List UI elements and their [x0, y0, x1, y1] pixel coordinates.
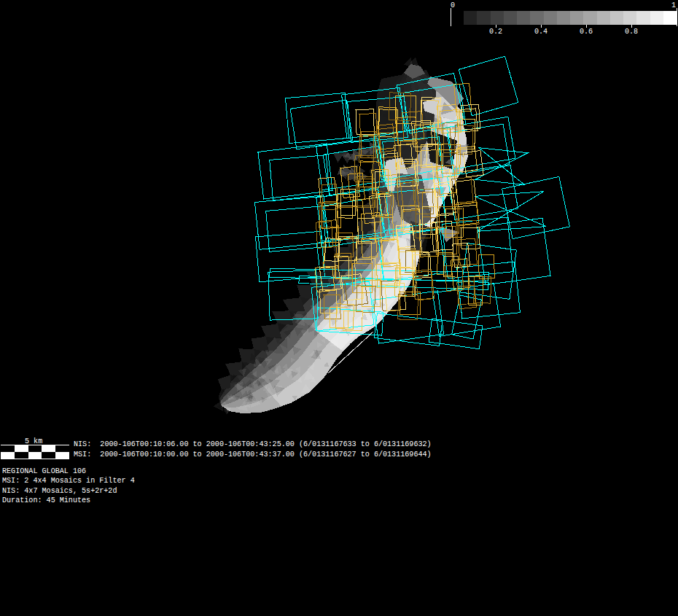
svg-text:NIS: 4x7 Mosaics, 5s+2r+2d: NIS: 4x7 Mosaics, 5s+2r+2d: [2, 487, 117, 495]
svg-text:0.8: 0.8: [625, 28, 638, 36]
svg-text:MSI: 2 4x4 Mosaics in Filter 4: MSI: 2 4x4 Mosaics in Filter 4: [2, 477, 135, 485]
svg-text:0.6: 0.6: [580, 28, 593, 36]
svg-text:1: 1: [671, 1, 676, 9]
svg-text:Duration: 45 Minutes: Duration: 45 Minutes: [2, 496, 90, 504]
svg-text:0: 0: [451, 1, 455, 9]
svg-text:0.4: 0.4: [534, 28, 548, 36]
svg-text:5 km: 5 km: [25, 437, 42, 445]
svg-text:NIS: 2000-106T00:10:06.00 to: NIS: 2000-106T00:10:06.00 to 2000-106T00…: [74, 440, 432, 448]
svg-text:REGIONAL GLOBAL 106: REGIONAL GLOBAL 106: [2, 467, 86, 475]
svg-text:0.2: 0.2: [489, 28, 502, 36]
svg-text:MSI: 2000-106T00:10:00.00 to: MSI: 2000-106T00:10:00.00 to 2000-106T00…: [74, 451, 432, 459]
